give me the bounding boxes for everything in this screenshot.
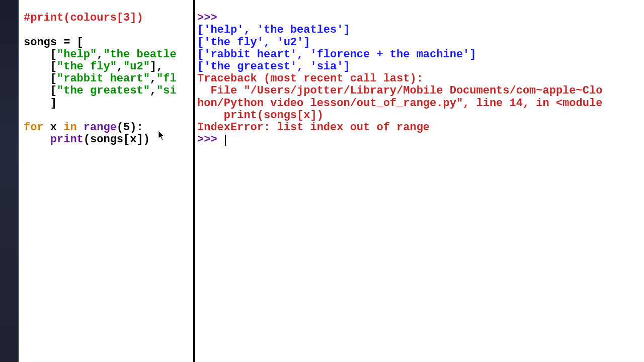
row-pre: [: [24, 72, 57, 85]
code-editor-pane[interactable]: #print(colours[3]) songs = [ ["help","th…: [19, 0, 193, 362]
shell-output-line: ['rabbit heart', 'florence + the machine…: [197, 48, 476, 61]
shell-prompt: >>>: [197, 133, 217, 146]
row-pre: [: [24, 84, 57, 97]
text-cursor: [225, 135, 226, 146]
shell-prompt: >>>: [197, 12, 217, 24]
string-literal: "the beatle: [103, 48, 176, 61]
string-literal: "u2": [123, 60, 150, 73]
range-builtin: range: [84, 121, 117, 134]
desktop-background-strip: [0, 0, 19, 362]
string-literal: "the fly": [57, 60, 117, 73]
traceback-line: print(songs[x]): [197, 109, 324, 122]
string-literal: "help": [57, 48, 97, 61]
pane-divider[interactable]: [193, 0, 195, 362]
in-keyword: in: [63, 121, 76, 134]
assign-line: songs = [: [24, 36, 84, 49]
python-shell-pane[interactable]: >>> ['help', 'the beatles'] ['the fly', …: [196, 0, 644, 362]
traceback-line: File "/Users/jpotter/Library/Mobile Docu…: [197, 84, 602, 97]
shell-output-line: ['the fly', 'u2']: [197, 36, 310, 49]
row-pre: [: [24, 48, 57, 61]
shell-output-line: ['the greatest', 'sia']: [197, 60, 350, 73]
print-builtin: print: [50, 133, 84, 146]
string-literal: "the greatest": [57, 84, 150, 97]
traceback-line: Traceback (most recent call last):: [197, 72, 423, 85]
comment-line: #print(colours[3]): [24, 12, 143, 24]
shell-output-line: ['help', 'the beatles']: [197, 24, 350, 36]
for-keyword: for: [24, 121, 44, 134]
string-literal: "fl: [156, 72, 177, 85]
traceback-line: hon/Python video lesson/out_of_range.py"…: [197, 97, 602, 110]
row-pre: [: [24, 60, 57, 73]
string-literal: "rabbit heart": [57, 72, 150, 85]
string-literal: "si: [156, 84, 177, 97]
traceback-error-line: IndexError: list index out of range: [197, 121, 430, 134]
close-bracket: ]: [24, 97, 57, 110]
